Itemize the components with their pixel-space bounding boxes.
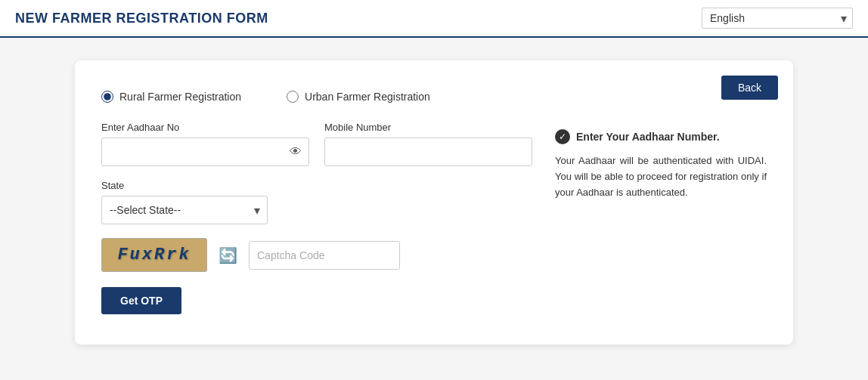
main-content: Back Rural Farmer Registration Urban Far… — [0, 38, 868, 367]
captcha-input[interactable] — [249, 241, 400, 270]
page-title: NEW FARMER REGISTRATION FORM — [15, 11, 268, 26]
mobile-group: Mobile Number — [324, 122, 532, 166]
state-label: State — [101, 180, 532, 191]
aadhaar-input[interactable] — [101, 137, 309, 166]
mobile-input-wrapper — [324, 137, 532, 166]
aadhaar-label: Enter Aadhaar No — [101, 122, 309, 133]
language-selector-wrapper: English Hindi — [702, 8, 853, 29]
state-select-wrapper: --Select State-- — [101, 196, 268, 224]
info-header: ✓ Enter Your Aadhaar Number. — [555, 129, 767, 144]
rural-farmer-radio[interactable] — [101, 91, 113, 103]
info-title: Enter Your Aadhaar Number. — [576, 131, 720, 143]
eye-icon[interactable]: 👁 — [290, 145, 302, 159]
mobile-input[interactable] — [324, 137, 532, 166]
state-group: State --Select State-- — [101, 180, 532, 224]
info-section: ✓ Enter Your Aadhaar Number. Your Aadhaa… — [555, 122, 767, 314]
page-header: NEW FARMER REGISTRATION FORM English Hin… — [0, 0, 868, 38]
rural-farmer-label: Rural Farmer Registration — [119, 91, 241, 103]
mobile-label: Mobile Number — [324, 122, 532, 133]
form-left-section: Enter Aadhaar No 👁 Mobile Number — [101, 122, 532, 314]
captcha-refresh-button[interactable]: 🔄 — [219, 246, 237, 264]
aadhaar-mobile-row: Enter Aadhaar No 👁 Mobile Number — [101, 122, 532, 166]
form-layout: Enter Aadhaar No 👁 Mobile Number — [101, 122, 767, 314]
state-select[interactable]: --Select State-- — [101, 196, 268, 224]
aadhaar-input-wrapper: 👁 — [101, 137, 309, 166]
rural-farmer-radio-label[interactable]: Rural Farmer Registration — [101, 91, 241, 103]
urban-farmer-radio-label[interactable]: Urban Farmer Registration — [287, 91, 430, 103]
registration-type-group: Rural Farmer Registration Urban Farmer R… — [101, 91, 767, 103]
back-button[interactable]: Back — [721, 76, 778, 100]
captcha-image: FuxRrk — [101, 238, 207, 272]
get-otp-button[interactable]: Get OTP — [101, 287, 181, 314]
info-body: Your Aadhaar will be authenticated with … — [555, 153, 767, 200]
language-select[interactable]: English Hindi — [702, 8, 853, 29]
urban-farmer-radio[interactable] — [287, 91, 299, 103]
urban-farmer-label: Urban Farmer Registration — [305, 91, 430, 103]
captcha-row: FuxRrk 🔄 — [101, 238, 532, 272]
check-icon: ✓ — [555, 129, 570, 144]
aadhaar-group: Enter Aadhaar No 👁 — [101, 122, 309, 166]
form-card: Back Rural Farmer Registration Urban Far… — [75, 60, 793, 344]
